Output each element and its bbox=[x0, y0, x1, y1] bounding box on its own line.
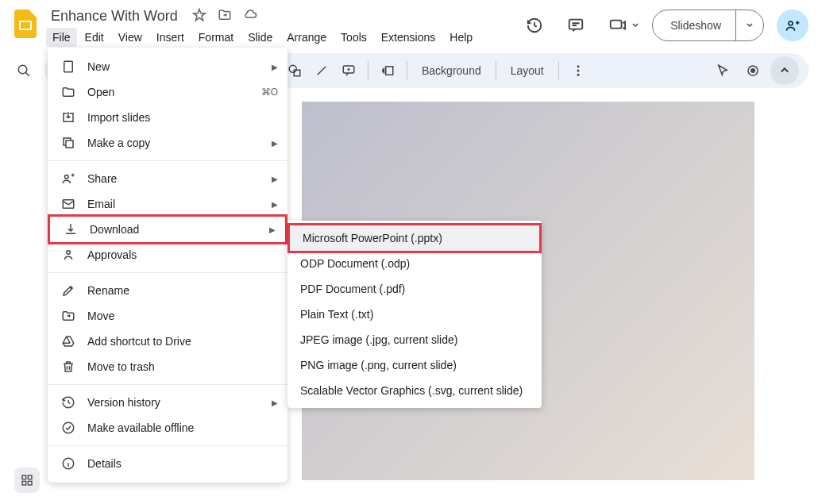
svg-point-19 bbox=[577, 74, 579, 76]
fm-share[interactable]: Share▶ bbox=[48, 166, 287, 191]
fm-new[interactable]: New▶ bbox=[48, 54, 287, 79]
svg-rect-23 bbox=[66, 140, 73, 148]
email-icon bbox=[60, 197, 76, 211]
slideshow-button[interactable]: Slideshow bbox=[652, 10, 764, 41]
svg-point-26 bbox=[67, 251, 71, 255]
chevron-right-icon: ▶ bbox=[272, 139, 278, 148]
svg-point-18 bbox=[577, 70, 579, 72]
move-folder-icon[interactable] bbox=[218, 8, 232, 25]
document-title[interactable]: Enhance With Word bbox=[46, 6, 183, 26]
drive-icon bbox=[60, 334, 76, 348]
fm-approvals[interactable]: Approvals bbox=[48, 242, 287, 267]
svg-rect-16 bbox=[386, 67, 393, 75]
sm-odp[interactable]: ODP Document (.odp) bbox=[287, 251, 542, 276]
trash-icon bbox=[60, 360, 76, 374]
slides-logo[interactable] bbox=[10, 8, 41, 40]
svg-point-13 bbox=[289, 65, 296, 72]
sm-jpeg[interactable]: JPEG image (.jpg, current slide) bbox=[287, 327, 542, 352]
present-dropdown[interactable] bbox=[603, 11, 639, 40]
fm-rename[interactable]: Rename bbox=[48, 278, 287, 303]
fm-trash[interactable]: Move to trash bbox=[48, 354, 287, 379]
line-icon[interactable] bbox=[309, 58, 334, 83]
share-button[interactable] bbox=[777, 10, 808, 41]
fm-open[interactable]: Open⌘O bbox=[48, 79, 287, 105]
editing-mode-icon[interactable] bbox=[710, 58, 735, 83]
chevron-right-icon: ▶ bbox=[272, 398, 278, 407]
menu-file[interactable]: File bbox=[46, 28, 77, 47]
folder-icon bbox=[60, 85, 76, 99]
menu-tools[interactable]: Tools bbox=[334, 28, 373, 47]
history-icon bbox=[60, 395, 76, 410]
file-menu: New▶ Open⌘O Import slides Make a copy▶ S… bbox=[48, 48, 287, 483]
fm-version[interactable]: Version history▶ bbox=[48, 390, 287, 415]
layout-button[interactable]: Layout bbox=[503, 64, 552, 77]
fm-offline[interactable]: Make available offline bbox=[48, 415, 287, 441]
download-submenu: Microsoft PowerPoint (.pptx) ODP Documen… bbox=[287, 221, 542, 408]
menu-format[interactable]: Format bbox=[192, 28, 240, 47]
cloud-icon[interactable] bbox=[243, 8, 257, 25]
sm-pptx[interactable]: Microsoft PowerPoint (.pptx) bbox=[287, 223, 542, 253]
search-icon[interactable] bbox=[10, 56, 38, 85]
svg-rect-2 bbox=[569, 20, 583, 29]
fm-download[interactable]: Download▶ bbox=[48, 214, 287, 244]
file-icon bbox=[60, 60, 76, 74]
pencil-icon bbox=[60, 283, 76, 298]
svg-rect-3 bbox=[611, 21, 622, 29]
info-icon bbox=[60, 456, 76, 471]
menu-slide[interactable]: Slide bbox=[241, 28, 279, 47]
sm-txt[interactable]: Plain Text (.txt) bbox=[287, 302, 542, 327]
svg-rect-29 bbox=[22, 475, 26, 479]
more-icon[interactable] bbox=[565, 58, 591, 83]
svg-point-4 bbox=[789, 21, 793, 25]
fm-import[interactable]: Import slides bbox=[48, 105, 287, 130]
menu-view[interactable]: View bbox=[112, 28, 149, 47]
menu-help[interactable]: Help bbox=[443, 28, 479, 47]
svg-point-5 bbox=[18, 65, 27, 74]
fm-copy[interactable]: Make a copy▶ bbox=[48, 130, 287, 156]
history-icon[interactable] bbox=[520, 11, 549, 40]
sm-png[interactable]: PNG image (.png, current slide) bbox=[287, 352, 542, 378]
fm-move[interactable]: Move bbox=[48, 303, 287, 329]
chevron-right-icon: ▶ bbox=[269, 225, 276, 234]
svg-rect-32 bbox=[28, 481, 32, 485]
svg-point-21 bbox=[750, 68, 755, 73]
offline-icon bbox=[60, 421, 76, 435]
collapse-toolbar-icon[interactable] bbox=[770, 56, 799, 85]
grid-view-icon[interactable] bbox=[14, 467, 40, 493]
comment-icon[interactable] bbox=[336, 58, 361, 83]
fm-details[interactable]: Details bbox=[48, 451, 287, 476]
copy-icon bbox=[60, 136, 76, 150]
chevron-right-icon: ▶ bbox=[272, 200, 278, 209]
menubar: File Edit View Insert Format Slide Arran… bbox=[46, 28, 520, 47]
menu-edit[interactable]: Edit bbox=[79, 28, 110, 47]
chevron-right-icon: ▶ bbox=[272, 175, 278, 183]
download-icon bbox=[63, 222, 79, 237]
share-icon bbox=[60, 171, 76, 186]
chevron-right-icon: ▶ bbox=[272, 63, 278, 71]
star-icon[interactable] bbox=[192, 8, 206, 25]
svg-point-17 bbox=[577, 65, 579, 67]
menu-arrange[interactable]: Arrange bbox=[280, 28, 333, 47]
sm-svg[interactable]: Scalable Vector Graphics (.svg, current … bbox=[287, 378, 542, 403]
svg-rect-22 bbox=[64, 61, 73, 72]
svg-rect-14 bbox=[294, 70, 300, 76]
fm-email[interactable]: Email▶ bbox=[48, 191, 287, 217]
fm-add-shortcut[interactable]: Add shortcut to Drive bbox=[48, 329, 287, 354]
svg-point-27 bbox=[63, 422, 74, 433]
transition-icon[interactable] bbox=[375, 58, 400, 83]
record-icon[interactable] bbox=[740, 58, 766, 83]
menu-extensions[interactable]: Extensions bbox=[375, 28, 442, 47]
sm-pdf[interactable]: PDF Document (.pdf) bbox=[287, 276, 542, 302]
svg-point-24 bbox=[65, 175, 69, 179]
svg-rect-30 bbox=[28, 475, 32, 479]
svg-rect-1 bbox=[21, 22, 30, 29]
move-icon bbox=[60, 309, 76, 323]
approvals-icon bbox=[60, 248, 76, 262]
comments-icon[interactable] bbox=[561, 11, 590, 40]
slideshow-caret[interactable] bbox=[735, 10, 763, 40]
import-icon bbox=[60, 110, 76, 125]
menu-insert[interactable]: Insert bbox=[150, 28, 191, 47]
svg-rect-31 bbox=[22, 481, 26, 485]
background-button[interactable]: Background bbox=[414, 64, 489, 77]
